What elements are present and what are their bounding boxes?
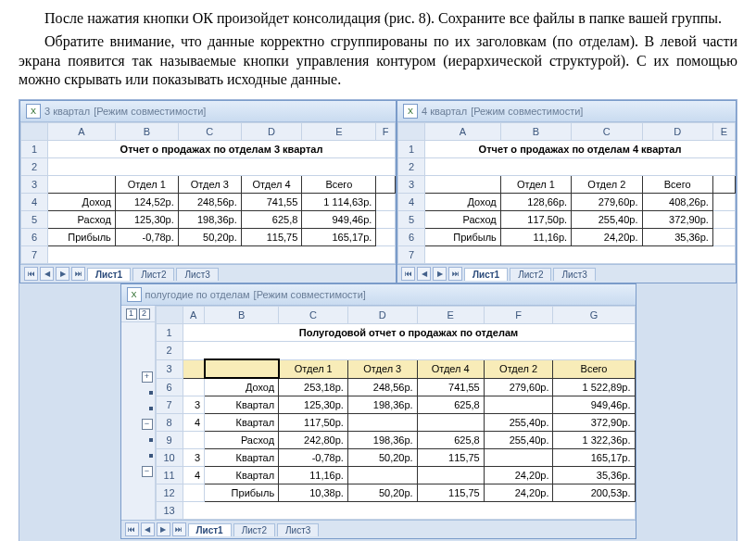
cell[interactable]: 3 [183, 396, 205, 414]
col-header[interactable]: C [572, 123, 642, 141]
cell[interactable]: 35,36р. [553, 467, 635, 484]
row-header[interactable]: 9 [156, 432, 183, 449]
row-header[interactable]: 3 [398, 176, 425, 194]
row-header[interactable]: 2 [156, 342, 183, 360]
col-header[interactable]: G [553, 307, 635, 324]
cell[interactable]: Отдел 1 [500, 176, 571, 194]
last-sheet-button[interactable]: ⏭ [172, 522, 186, 536]
cell[interactable]: 372,90р. [642, 211, 712, 229]
row-header[interactable]: 7 [21, 246, 48, 264]
cell[interactable]: 741,55 [417, 378, 484, 396]
cell[interactable]: 165,17р. [302, 229, 376, 246]
cell[interactable]: 255,40р. [572, 211, 642, 229]
select-all-corner[interactable] [398, 123, 425, 141]
col-header[interactable]: B [500, 123, 571, 141]
cell[interactable] [484, 396, 553, 414]
cell[interactable]: Отдел 1 [279, 359, 348, 378]
cell[interactable]: 1 322,36р. [553, 432, 635, 449]
cell[interactable]: 1 522,89р. [553, 378, 635, 396]
cell[interactable]: 115,75 [417, 484, 484, 502]
sheet-tab[interactable]: Лист3 [176, 268, 218, 281]
cell[interactable]: 3 [183, 449, 205, 467]
cell[interactable]: Прибыль [205, 484, 279, 502]
cell[interactable]: 255,40р. [484, 414, 553, 432]
row-header[interactable]: 7 [156, 396, 183, 414]
cell[interactable]: 117,50р. [279, 414, 348, 432]
col-header[interactable]: D [347, 307, 417, 324]
cell[interactable] [48, 176, 116, 194]
cell[interactable]: Доход [425, 194, 501, 211]
cell[interactable] [712, 176, 735, 194]
cell[interactable]: 50,20р. [347, 449, 417, 467]
cell[interactable]: Отдел 4 [241, 176, 302, 194]
outline-expand-button[interactable]: + [142, 371, 153, 383]
outline-collapse-button[interactable]: − [142, 466, 153, 477]
sheet-tab[interactable]: Лист1 [464, 268, 508, 281]
outline-level-2[interactable]: 2 [139, 308, 150, 320]
col-header[interactable]: B [115, 123, 178, 141]
cell[interactable] [425, 176, 501, 194]
cell[interactable]: Отдел 1 [115, 176, 178, 194]
col-header[interactable]: E [712, 123, 735, 141]
sheet-tab[interactable]: Лист3 [553, 268, 595, 281]
cell[interactable]: 242,80р. [279, 432, 348, 449]
row-header[interactable]: 2 [21, 158, 48, 176]
cell[interactable] [712, 211, 735, 229]
cell[interactable] [48, 158, 396, 176]
cell[interactable]: 198,36р. [178, 211, 241, 229]
cell[interactable]: Отчет о продажах по отделам 3 квартал [48, 141, 396, 158]
cell[interactable]: Отчет о продажах по отделам 4 квартал [425, 141, 736, 158]
row-header[interactable]: 7 [398, 246, 425, 264]
cell[interactable] [183, 502, 635, 520]
cell[interactable]: 125,30р. [115, 211, 178, 229]
cell[interactable]: 949,46р. [302, 211, 376, 229]
col-header[interactable]: D [642, 123, 712, 141]
next-sheet-button[interactable]: ▶ [157, 522, 170, 536]
cell[interactable]: Расход [205, 432, 279, 449]
cell[interactable]: 4 [183, 467, 205, 484]
col-header[interactable]: A [183, 307, 205, 324]
cell[interactable]: 117,50р. [500, 211, 571, 229]
cell[interactable]: Доход [205, 378, 279, 396]
row-header[interactable]: 6 [156, 378, 183, 396]
cell[interactable]: 115,75 [241, 229, 302, 246]
cell[interactable]: 11,16р. [500, 229, 571, 246]
cell[interactable]: 198,36р. [347, 396, 417, 414]
cell[interactable] [347, 467, 417, 484]
cell[interactable]: Всего [302, 176, 376, 194]
cell[interactable] [425, 246, 736, 264]
first-sheet-button[interactable]: ⏮ [401, 267, 415, 281]
cell[interactable]: 255,40р. [484, 432, 553, 449]
last-sheet-button[interactable]: ⏭ [71, 267, 85, 281]
col-header[interactable]: C [279, 307, 348, 324]
cell[interactable]: 279,60р. [572, 194, 642, 211]
row-header[interactable]: 13 [156, 502, 183, 520]
cell[interactable]: 253,18р. [279, 378, 348, 396]
next-sheet-button[interactable]: ▶ [433, 267, 447, 281]
outline-level-1[interactable]: 1 [126, 308, 137, 320]
row-header[interactable]: 4 [398, 194, 425, 211]
sheet-tab[interactable]: Лист2 [132, 268, 174, 281]
cell[interactable] [425, 158, 736, 176]
cell[interactable]: 1 114,63р. [302, 194, 376, 211]
col-header[interactable]: A [48, 123, 116, 141]
cell[interactable]: 200,53р. [553, 484, 635, 502]
cell[interactable]: 125,30р. [279, 396, 348, 414]
cell[interactable]: 165,17р. [553, 449, 635, 467]
cell[interactable]: 115,75 [417, 449, 484, 467]
row-header[interactable]: 6 [398, 229, 425, 246]
cell[interactable]: 4 [183, 414, 205, 432]
cell[interactable] [712, 229, 735, 246]
cell[interactable]: 11,16р. [279, 467, 348, 484]
cell[interactable]: Отдел 3 [178, 176, 241, 194]
select-all-corner[interactable] [21, 123, 48, 141]
cell[interactable]: Прибыль [425, 229, 501, 246]
cell[interactable]: 408,26р. [642, 194, 712, 211]
row-header[interactable]: 10 [156, 449, 183, 467]
cell[interactable]: Всего [553, 359, 635, 378]
cell[interactable]: Полугодовой отчет о продажах по отделам [183, 324, 635, 342]
cell[interactable]: 24,20р. [572, 229, 642, 246]
cell[interactable]: Прибыль [48, 229, 116, 246]
cell[interactable]: 198,36р. [347, 432, 417, 449]
cell[interactable] [376, 194, 396, 211]
